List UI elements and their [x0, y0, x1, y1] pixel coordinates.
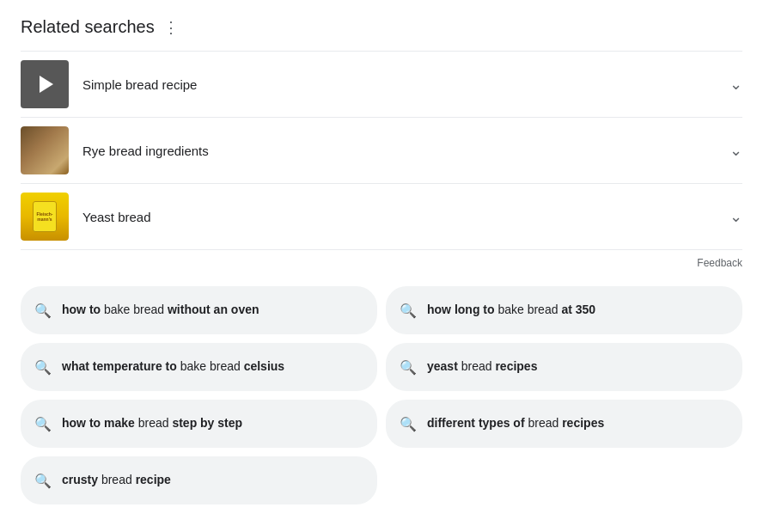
chevron-down-icon: ⌄: [729, 207, 742, 226]
search-icon: 🔍: [34, 473, 52, 489]
thumbnail-yeast-bread: Fleisch­mann's: [21, 193, 69, 241]
related-items-list: Simple bread recipe ⌄ Rye bread ingredie…: [21, 51, 742, 250]
chip-how-long-bake-350[interactable]: 🔍 how long to bake bread at 350: [386, 286, 742, 334]
search-icon: 🔍: [400, 416, 417, 432]
search-chips-grid: 🔍 how to bake bread without an oven 🔍 ho…: [21, 286, 742, 504]
search-icon: 🔍: [34, 359, 52, 376]
related-item-simple-bread[interactable]: Simple bread recipe ⌄: [21, 51, 742, 117]
feedback-row: Feedback: [21, 250, 742, 279]
chip-label: crusty bread recipe: [62, 472, 171, 489]
play-icon: [40, 76, 53, 93]
search-icon: 🔍: [34, 303, 52, 319]
more-options-icon[interactable]: ⋮: [163, 18, 180, 37]
thumbnail-rye-bread: [21, 126, 69, 174]
chip-label: how to bake bread without an oven: [62, 302, 259, 319]
chip-yeast-bread-recipes[interactable]: 🔍 yeast bread recipes: [386, 343, 742, 391]
chip-label: how to make bread step by step: [62, 415, 242, 432]
chip-different-types-bread-recipes[interactable]: 🔍 different types of bread recipes: [386, 400, 742, 448]
chip-label: how long to bake bread at 350: [427, 302, 595, 319]
chip-how-to-make-step-by-step[interactable]: 🔍 how to make bread step by step: [21, 400, 377, 448]
play-overlay: [21, 60, 69, 108]
chip-label: different types of bread recipes: [427, 415, 604, 432]
related-item-yeast-bread[interactable]: Fleisch­mann's Yeast bread ⌄: [21, 183, 742, 250]
search-icon: 🔍: [34, 416, 52, 432]
section-header: Related searches ⋮: [21, 17, 742, 37]
feedback-button[interactable]: Feedback: [697, 257, 742, 269]
thumbnail-simple-bread: [21, 60, 69, 108]
related-item-rye-bread[interactable]: Rye bread ingredients ⌄: [21, 117, 742, 183]
chip-crusty-bread-recipe[interactable]: 🔍 crusty bread recipe: [21, 456, 377, 504]
chip-what-temp-celsius[interactable]: 🔍 what temperature to bake bread celsius: [21, 343, 377, 391]
section-title: Related searches: [21, 17, 155, 37]
chevron-down-icon: ⌄: [729, 141, 742, 160]
related-item-label: Rye bread ingredients: [82, 144, 723, 158]
chevron-down-icon: ⌄: [729, 75, 742, 94]
search-icon: 🔍: [400, 303, 417, 319]
chip-label: yeast bread recipes: [427, 358, 537, 376]
related-item-label: Yeast bread: [82, 210, 723, 224]
related-item-label: Simple bread recipe: [82, 77, 723, 92]
chip-label: what temperature to bake bread celsius: [62, 358, 284, 376]
search-icon: 🔍: [400, 359, 417, 376]
chip-how-to-bake-without-oven[interactable]: 🔍 how to bake bread without an oven: [21, 286, 377, 334]
